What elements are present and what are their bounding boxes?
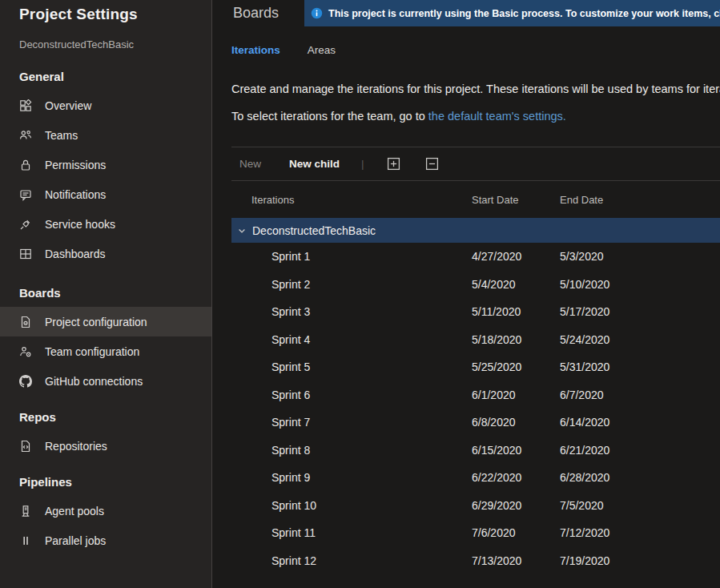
sidebar-item-team-configuration[interactable]: Team configuration (0, 336, 211, 366)
sidebar-item-label: Dashboards (45, 248, 106, 260)
dashboard-grid-icon (19, 248, 32, 260)
sidebar-item-teams[interactable]: Teams (0, 120, 211, 150)
main-content: Boards This project is currently using t… (213, 0, 720, 588)
sidebar-item-agent-pools[interactable]: Agent pools (0, 496, 211, 526)
section-heading-repos: Repos (0, 410, 211, 424)
iteration-name: Sprint 12 (231, 554, 472, 567)
iteration-end-date: 6/28/2020 (560, 471, 720, 484)
github-icon (19, 375, 32, 388)
iteration-start-date: 5/4/2020 (472, 278, 560, 291)
repo-code-icon (19, 440, 32, 453)
iteration-end-date: 7/12/2020 (560, 526, 720, 539)
main-header: Boards This project is currently using t… (213, 0, 720, 26)
page-title: Project Settings (0, 0, 211, 23)
sidebar-item-github-connections[interactable]: GitHub connections (0, 366, 211, 396)
new-child-button[interactable]: New child (289, 158, 340, 170)
iteration-name: Sprint 5 (231, 360, 472, 373)
iteration-end-date: 7/19/2020 (560, 554, 720, 567)
parallel-bars-icon (19, 534, 32, 547)
table-row[interactable]: Sprint 9 6/22/2020 6/28/2020 (231, 464, 720, 492)
sidebar-item-label: Notifications (45, 188, 106, 201)
iteration-end-date: 5/17/2020 (560, 305, 720, 318)
sidebar-item-service-hooks[interactable]: Service hooks (0, 209, 211, 239)
column-header-iterations[interactable]: Iterations (231, 194, 472, 206)
iterations-toolbar: New New child | (231, 147, 720, 181)
chevron-down-icon[interactable] (237, 226, 247, 236)
description-line-2-text: To select iterations for the team, go to (231, 110, 428, 123)
document-gear-icon (19, 316, 32, 328)
table-row[interactable]: Sprint 7 6/8/2020 6/14/2020 (231, 409, 720, 437)
main-title: Boards (213, 0, 304, 26)
sidebar-item-label: Teams (45, 129, 78, 142)
expand-all-icon[interactable] (387, 157, 400, 171)
table-row[interactable]: Sprint 1 4/27/2020 5/3/2020 (231, 243, 720, 271)
table-row[interactable]: Sprint 5 5/25/2020 5/31/2020 (231, 353, 720, 381)
iteration-start-date: 7/13/2020 (472, 554, 560, 567)
tab-bar: Iterations Areas (213, 26, 720, 56)
info-icon (311, 7, 323, 19)
overview-icon (19, 99, 32, 112)
table-row-root[interactable]: DeconstructedTechBasic (231, 218, 720, 243)
iteration-name: Sprint 10 (231, 499, 472, 512)
sidebar-item-dashboards[interactable]: Dashboards (0, 239, 211, 268)
table-row[interactable]: Sprint 11 7/6/2020 7/12/2020 (231, 519, 720, 547)
sidebar-item-label: Team configuration (45, 345, 139, 358)
sidebar-item-label: Parallel jobs (45, 534, 106, 547)
iteration-start-date: 5/18/2020 (472, 333, 560, 346)
iteration-start-date: 6/29/2020 (472, 499, 560, 512)
teams-icon (19, 129, 32, 142)
table-row[interactable]: Sprint 2 5/4/2020 5/10/2020 (231, 271, 720, 299)
description: Create and manage the iterations for thi… (213, 56, 720, 130)
plug-icon (19, 218, 32, 231)
iteration-name: Sprint 6 (231, 389, 472, 401)
iteration-name: Sprint 3 (231, 305, 472, 318)
tab-iterations[interactable]: Iterations (231, 44, 280, 56)
sidebar-item-permissions[interactable]: Permissions (0, 150, 211, 179)
sidebar-item-notifications[interactable]: Notifications (0, 179, 211, 209)
banner-text: This project is currently using the Basi… (328, 8, 720, 19)
sidebar-item-project-configuration[interactable]: Project configuration (0, 307, 211, 336)
table-row[interactable]: Sprint 3 5/11/2020 5/17/2020 (231, 298, 720, 326)
sidebar-item-parallel-jobs[interactable]: Parallel jobs (0, 526, 211, 555)
iteration-name: Sprint 9 (231, 471, 472, 484)
iteration-name: Sprint 2 (231, 278, 472, 291)
sidebar-item-repositories[interactable]: Repositories (0, 431, 211, 461)
person-gear-icon (19, 345, 32, 358)
iteration-end-date: 6/14/2020 (560, 416, 720, 429)
iteration-end-date: 6/7/2020 (560, 389, 720, 401)
default-team-settings-link[interactable]: the default team's settings. (428, 110, 566, 123)
project-name: DeconstructedTechBasic (0, 23, 211, 50)
iteration-start-date: 6/1/2020 (472, 389, 560, 401)
sidebar-item-label: Service hooks (45, 218, 115, 231)
iteration-name: Sprint 4 (231, 333, 472, 346)
comment-icon (19, 188, 32, 201)
sidebar-item-label: Repositories (45, 440, 107, 453)
table-row[interactable]: Sprint 8 6/15/2020 6/21/2020 (231, 437, 720, 465)
root-iteration-name: DeconstructedTechBasic (252, 224, 376, 237)
table-row[interactable]: Sprint 6 6/1/2020 6/7/2020 (231, 381, 720, 409)
tab-areas[interactable]: Areas (308, 44, 336, 56)
sidebar-item-label: Agent pools (45, 505, 104, 518)
process-info-banner[interactable]: This project is currently using the Basi… (304, 0, 720, 26)
sidebar-item-label: GitHub connections (45, 375, 143, 388)
sidebar-item-overview[interactable]: Overview (0, 91, 211, 120)
collapse-all-icon[interactable] (425, 157, 439, 171)
sidebar-item-label: Overview (45, 99, 91, 112)
iteration-name: Sprint 7 (231, 416, 472, 429)
toolbar-divider: | (361, 158, 364, 170)
table-row[interactable]: Sprint 4 5/18/2020 5/24/2020 (231, 326, 720, 354)
iteration-name: Sprint 11 (231, 526, 472, 539)
iteration-name: Sprint 1 (231, 250, 472, 263)
iteration-end-date: 6/21/2020 (560, 444, 720, 457)
project-settings-page: Project Settings DeconstructedTechBasic … (0, 0, 720, 588)
column-header-end-date[interactable]: End Date (560, 194, 720, 206)
new-button[interactable]: New (239, 158, 261, 170)
iteration-end-date: 7/5/2020 (560, 499, 720, 512)
column-header-start-date[interactable]: Start Date (472, 194, 560, 206)
iteration-name: Sprint 8 (231, 444, 472, 457)
section-heading-boards: Boards (0, 286, 211, 300)
settings-sidebar: Project Settings DeconstructedTechBasic … (0, 0, 212, 588)
iteration-start-date: 6/22/2020 (472, 471, 560, 484)
table-row[interactable]: Sprint 10 6/29/2020 7/5/2020 (231, 492, 720, 520)
table-row[interactable]: Sprint 12 7/13/2020 7/19/2020 (231, 547, 720, 575)
